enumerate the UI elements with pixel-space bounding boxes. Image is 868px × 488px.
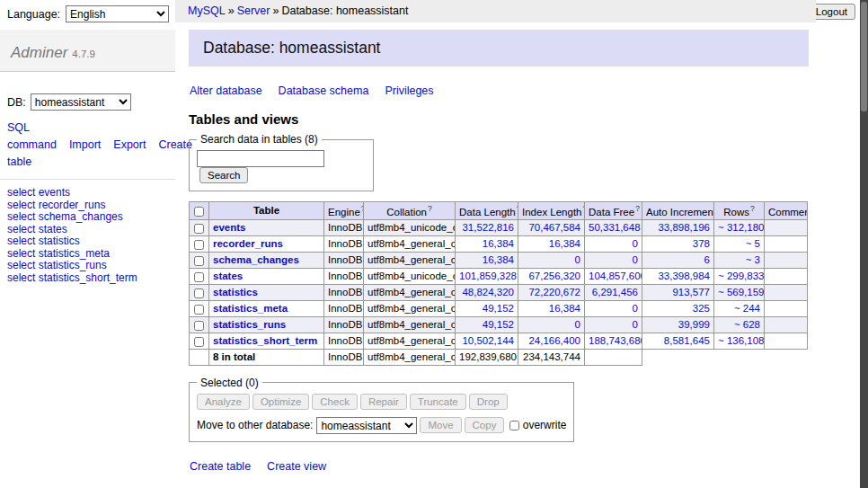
- engine-cell: InnoDB: [324, 268, 364, 284]
- rows-count-link[interactable]: ~ 569,159: [718, 287, 764, 297]
- rows-count-link[interactable]: ~ 312,180: [718, 222, 764, 233]
- sidebar-select-link[interactable]: select statistics_meta: [7, 248, 168, 261]
- vertical-scrollbar[interactable]: [860, 0, 868, 488]
- rows-count-link[interactable]: ~ 3: [746, 254, 760, 265]
- table-name-link[interactable]: statistics_short_term: [213, 335, 317, 346]
- table-name-link[interactable]: statistics_runs: [213, 319, 286, 330]
- row-checkbox[interactable]: [194, 305, 204, 315]
- help-icon[interactable]: ?: [750, 204, 755, 213]
- rows-count-link[interactable]: ~ 136,108: [718, 335, 764, 346]
- bulk-button-check[interactable]: Check: [312, 394, 358, 410]
- create-link[interactable]: Create view: [267, 460, 326, 473]
- data-free-link[interactable]: 50,331,648: [589, 222, 641, 233]
- data-free-link[interactable]: 104,857,600: [589, 271, 642, 281]
- column-header: Data Length?: [456, 202, 518, 220]
- copy-button[interactable]: Copy: [465, 417, 505, 433]
- db-action-link[interactable]: Privileges: [385, 84, 433, 97]
- data-length-link[interactable]: 48,824,320: [462, 287, 514, 297]
- data-length-link[interactable]: 101,859,328: [459, 271, 517, 281]
- bulk-button-repair[interactable]: Repair: [360, 394, 407, 410]
- move-button[interactable]: Move: [420, 417, 461, 433]
- index-length-link[interactable]: 16,384: [549, 303, 580, 314]
- db-select[interactable]: homeassistant: [31, 93, 131, 111]
- data-length-link[interactable]: 16,384: [483, 238, 514, 249]
- data-length-link[interactable]: 49,152: [483, 319, 514, 330]
- breadcrumb-link[interactable]: Server: [237, 4, 270, 17]
- rows-count-link[interactable]: ~ 244: [734, 303, 760, 314]
- search-button[interactable]: Search: [199, 167, 248, 183]
- table-name-link[interactable]: states: [213, 271, 243, 281]
- data-free-link[interactable]: 0: [633, 254, 638, 265]
- column-header: Comment?: [765, 202, 808, 220]
- help-icon[interactable]: ?: [635, 204, 640, 213]
- auto-increment-link[interactable]: 33,398,984: [658, 271, 710, 281]
- auto-increment-link[interactable]: 6: [704, 254, 710, 265]
- data-free-link[interactable]: 0: [633, 303, 638, 314]
- help-icon[interactable]: ?: [428, 204, 432, 213]
- bulk-button-optimize[interactable]: Optimize: [252, 394, 309, 410]
- row-checkbox[interactable]: [194, 256, 204, 266]
- index-length-link[interactable]: 67,256,320: [528, 271, 580, 281]
- sidebar-select-link[interactable]: select statistics_runs: [7, 260, 168, 272]
- index-length-link[interactable]: 0: [575, 319, 580, 330]
- auto-increment-link[interactable]: 325: [693, 303, 710, 314]
- row-checkbox[interactable]: [194, 240, 204, 250]
- language-select[interactable]: English: [66, 5, 169, 22]
- bulk-button-truncate[interactable]: Truncate: [410, 394, 466, 410]
- table-name-link[interactable]: statistics_meta: [213, 303, 288, 314]
- table-name-link[interactable]: schema_changes: [213, 254, 299, 265]
- row-checkbox[interactable]: [194, 337, 204, 347]
- sidebar-select-link[interactable]: select statistics: [7, 235, 168, 248]
- select-all-checkbox[interactable]: [194, 207, 204, 217]
- index-length-link[interactable]: 24,166,400: [528, 335, 580, 346]
- bulk-button-drop[interactable]: Drop: [469, 394, 508, 410]
- sidebar-select-link[interactable]: select recorder_runs: [7, 200, 168, 212]
- data-free-link[interactable]: 188,743,680: [589, 335, 642, 346]
- index-length-link[interactable]: 0: [575, 254, 580, 265]
- bulk-button-analyze[interactable]: Analyze: [197, 394, 250, 410]
- sidebar-action-link[interactable]: SQL command: [7, 121, 57, 151]
- data-length-link[interactable]: 16,384: [483, 254, 514, 265]
- move-db-select[interactable]: homeassistant: [316, 417, 417, 434]
- create-link[interactable]: Create table: [190, 460, 251, 473]
- sidebar-select-link[interactable]: select events: [7, 187, 168, 200]
- row-checkbox[interactable]: [194, 272, 204, 282]
- data-free-link[interactable]: 0: [633, 319, 638, 330]
- db-action-link[interactable]: Alter database: [190, 84, 262, 97]
- table-name-link[interactable]: recorder_runs: [213, 238, 283, 249]
- sidebar-action-link[interactable]: Import: [69, 138, 101, 151]
- data-length-link[interactable]: 10,502,144: [462, 335, 514, 346]
- row-checkbox[interactable]: [194, 321, 204, 331]
- auto-increment-link[interactable]: 378: [693, 238, 710, 249]
- data-free-link[interactable]: 0: [633, 238, 638, 249]
- auto-increment-link[interactable]: 913,577: [672, 287, 710, 297]
- collation-cell: utf8mb4_general_ci: [364, 333, 456, 349]
- data-length-link[interactable]: 31,522,816: [462, 222, 514, 233]
- table-name-link[interactable]: events: [213, 222, 245, 233]
- sidebar-select-link[interactable]: select statistics_short_term: [7, 272, 168, 285]
- sidebar-select-link[interactable]: select states: [7, 224, 168, 236]
- index-length-link[interactable]: 16,384: [549, 238, 580, 249]
- rows-count-link[interactable]: ~ 299,833: [718, 271, 764, 281]
- row-checkbox[interactable]: [194, 224, 204, 234]
- index-length-link[interactable]: 70,467,584: [528, 222, 580, 233]
- table-name-cell: statistics_short_term: [209, 333, 324, 349]
- data-length-link[interactable]: 49,152: [483, 303, 514, 314]
- row-checkbox[interactable]: [194, 288, 204, 298]
- sidebar-select-link[interactable]: select schema_changes: [7, 211, 168, 224]
- index-length-link[interactable]: 72,220,672: [528, 287, 580, 297]
- data-free-link[interactable]: 6,291,456: [592, 287, 638, 297]
- engine-cell: InnoDB: [324, 252, 364, 268]
- db-action-link[interactable]: Database schema: [279, 84, 369, 97]
- breadcrumb-link[interactable]: MySQL: [188, 4, 226, 17]
- auto-increment-link[interactable]: 39,999: [678, 319, 710, 330]
- rows-count-link[interactable]: ~ 5: [746, 238, 760, 249]
- search-input[interactable]: [197, 150, 324, 167]
- auto-increment-link[interactable]: 8,581,645: [664, 335, 710, 346]
- sidebar-action-link[interactable]: Export: [113, 138, 146, 151]
- scrollbar-thumb[interactable]: [861, 2, 867, 111]
- overwrite-checkbox[interactable]: [509, 421, 519, 430]
- rows-count-link[interactable]: ~ 628: [734, 319, 760, 330]
- table-name-link[interactable]: statistics: [213, 287, 258, 297]
- auto-increment-link[interactable]: 33,898,196: [658, 222, 710, 233]
